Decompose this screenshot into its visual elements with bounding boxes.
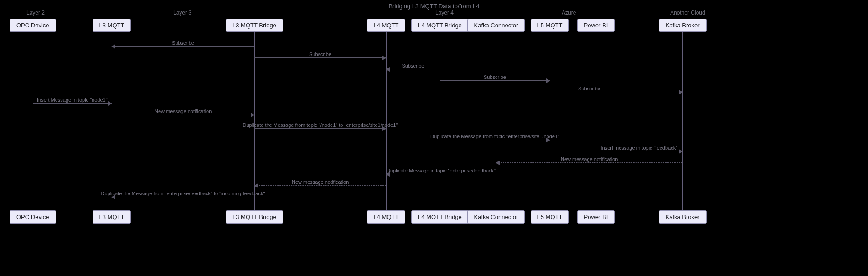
participant-box: L4 MQTT: [367, 19, 406, 32]
lifeline: [550, 32, 550, 210]
layer-label: Layer 3: [173, 10, 191, 16]
arrow-right-icon: [679, 149, 683, 154]
message-arrow: Subscribe: [496, 92, 682, 92]
message-label: Insert message in topic "feedback": [601, 145, 678, 151]
message-label: Subscribe: [402, 63, 424, 68]
layer-label: Another Cloud: [670, 10, 705, 16]
diagram-title: Bridging L3 MQTT Data to/from L4: [0, 0, 868, 10]
arrow-left-icon: [386, 67, 390, 72]
participant-box: Kafka Broker: [659, 19, 707, 32]
arrow-right-icon: [382, 56, 387, 60]
message-label: New message notification: [561, 156, 618, 162]
message-label: Duplicate Message in topic "enterprise/f…: [387, 168, 496, 173]
arrow-left-icon: [496, 161, 500, 165]
message-arrow: Insert message in topic "feedback": [596, 151, 682, 151]
participant-box: Kafka Connector: [467, 19, 525, 32]
sequence-diagram: OPC DeviceOPC DeviceL3 MQTTL3 MQTTL3 MQT…: [0, 19, 868, 274]
lifeline: [596, 32, 596, 210]
message-arrow: Subscribe: [254, 57, 386, 58]
participant-box: Kafka Broker: [659, 210, 707, 224]
lifeline: [112, 32, 112, 210]
arrow-right-icon: [108, 101, 112, 106]
message-arrow: Duplicate the Message from "enterprise/f…: [112, 197, 254, 197]
arrow-left-icon: [111, 44, 115, 49]
message-arrow: Subscribe: [440, 80, 550, 81]
participant-box: L5 MQTT: [531, 210, 569, 224]
participant-box: L5 MQTT: [531, 19, 569, 32]
participant-box: OPC Device: [10, 210, 56, 224]
participant-box: Power BI: [577, 210, 615, 224]
arrow-right-icon: [251, 113, 255, 117]
message-label: Duplicate the Message from topic "enterp…: [430, 134, 559, 139]
message-arrow: Duplicate the Message from topic "/node1…: [254, 128, 386, 129]
message-label: Duplicate the Message from topic "/node1…: [243, 122, 398, 128]
participant-box: L4 MQTT Bridge: [411, 19, 469, 32]
participant-box: L3 MQTT: [93, 19, 131, 32]
participant-box: Kafka Connector: [467, 210, 525, 224]
participant-box: L3 MQTT: [93, 210, 131, 224]
lifeline: [33, 32, 33, 210]
layer-label: Layer 4: [435, 10, 454, 16]
message-label: New message notification: [292, 179, 349, 185]
message-arrow: Subscribe: [112, 46, 254, 47]
lifeline: [682, 32, 683, 210]
participant-box: L4 MQTT Bridge: [411, 210, 469, 224]
participant-box: L3 MQTT Bridge: [226, 210, 283, 224]
message-label: New message notification: [155, 109, 212, 114]
message-arrow: Duplicate the Message from topic "enterp…: [440, 140, 550, 140]
message-label: Subscribe: [578, 86, 600, 91]
participant-box: Power BI: [577, 19, 615, 32]
message-label: Insert Message in topic "node1": [37, 97, 108, 103]
layer-labels-row: Layer 2Layer 3Layer 4AzureAnother Cloud: [0, 10, 868, 19]
message-arrow: New message notification: [254, 185, 386, 186]
lifeline: [440, 32, 440, 210]
participant-box: L3 MQTT Bridge: [226, 19, 283, 32]
arrow-right-icon: [679, 90, 683, 94]
lifeline: [496, 32, 496, 210]
arrow-right-icon: [546, 78, 550, 83]
layer-label: Azure: [562, 10, 576, 16]
message-label: Subscribe: [172, 40, 194, 46]
message-label: Subscribe: [309, 52, 331, 57]
arrow-left-icon: [254, 183, 258, 188]
layer-label: Layer 2: [26, 10, 45, 16]
message-arrow: New message notification: [112, 115, 254, 115]
message-label: Subscribe: [484, 74, 506, 80]
message-arrow: Duplicate Message in topic "enterprise/f…: [386, 174, 496, 174]
message-arrow: Insert Message in topic "node1": [33, 103, 112, 104]
participant-box: L4 MQTT: [367, 210, 406, 224]
message-arrow: Subscribe: [386, 69, 440, 69]
message-label: Duplicate the Message from "enterprise/f…: [101, 191, 265, 196]
message-arrow: New message notification: [496, 162, 682, 163]
participant-box: OPC Device: [10, 19, 56, 32]
